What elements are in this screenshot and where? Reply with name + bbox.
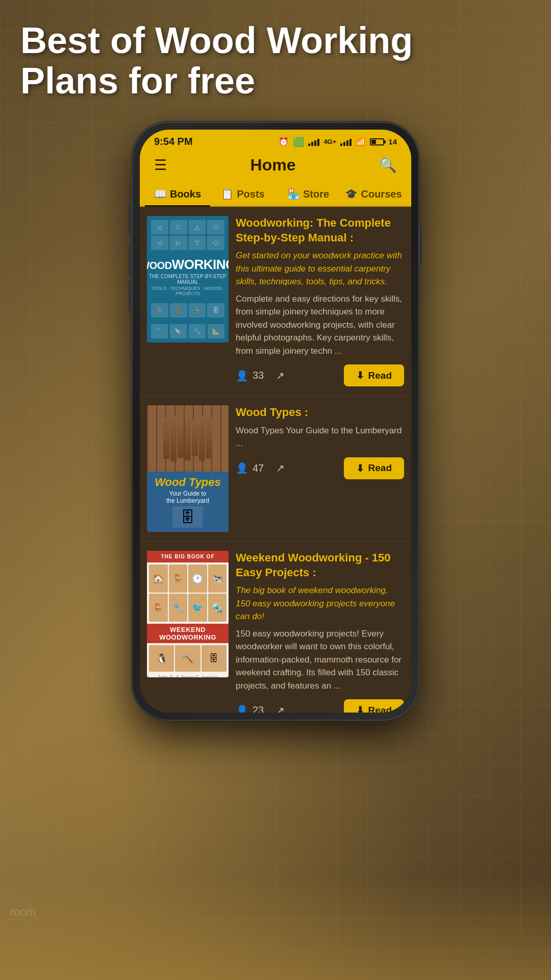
battery-icon bbox=[370, 138, 384, 145]
log5 bbox=[192, 421, 198, 456]
share-icon-1[interactable]: ↗ bbox=[276, 370, 285, 382]
phone-outer-shell: 9:54 PM ⏰ 🟩 4G+ bbox=[133, 122, 418, 720]
project9: 🐧 bbox=[149, 645, 174, 672]
cover-weekend-main-title: WEEKEND WOODWORKING bbox=[151, 626, 224, 641]
furniture3: 🪑 bbox=[189, 303, 206, 317]
hamburger-menu-icon[interactable]: ☰ bbox=[154, 157, 167, 174]
tab-books[interactable]: 📖 Books bbox=[145, 182, 210, 205]
share-icon-3[interactable]: ↗ bbox=[276, 704, 285, 713]
cover-wood-types: Wood Types Your Guide tothe Lumberyard 🗄 bbox=[147, 405, 229, 532]
cover-tags: TOOLS · TECHNIQUES · WOODS · PROJECTS bbox=[147, 286, 229, 296]
shape6: ▷ bbox=[170, 236, 187, 250]
tool4: 📐 bbox=[208, 324, 224, 338]
cover-main-title: WOODWORKING bbox=[147, 257, 229, 273]
book-share-2[interactable]: ↗ bbox=[276, 462, 285, 474]
network-label: 4G+ bbox=[323, 138, 336, 145]
furniture1: 🪑 bbox=[151, 303, 168, 317]
read-button-1[interactable]: ⬇ Read bbox=[344, 364, 404, 386]
battery-fill bbox=[371, 140, 376, 144]
cover-woodworking: ◁ □ △ ⬡ ◁ ▷ ▽ ⬡ WOODWORKING bbox=[147, 216, 229, 342]
book-body-1: Complete and easy directions for key ski… bbox=[236, 292, 404, 358]
tab-posts[interactable]: 📋 Posts bbox=[210, 182, 276, 205]
project5: 🪑 bbox=[149, 594, 168, 622]
book-info-3: Weekend Woodworking - 150 Easy Projects … bbox=[236, 551, 404, 713]
battery-level: 14 bbox=[388, 137, 397, 146]
bar5 bbox=[340, 143, 342, 146]
tool1: 🔨 bbox=[151, 324, 168, 338]
share-icon-2[interactable]: ↗ bbox=[276, 462, 285, 474]
phone-screen: 9:54 PM ⏰ 🟩 4G+ bbox=[140, 130, 411, 713]
cover-wood-top bbox=[147, 405, 229, 472]
tool3: 🔧 bbox=[189, 324, 206, 338]
book-highlight-1: Get started on your woodwork practice wi… bbox=[236, 251, 402, 286]
bar6 bbox=[343, 142, 345, 146]
book-actions-2: 👤 47 ↗ ⬇ Read bbox=[236, 457, 404, 479]
download-icon-1: ⬇ bbox=[356, 370, 364, 381]
book-likes-1: 👤 33 bbox=[236, 370, 264, 382]
courses-tab-label: Courses bbox=[361, 188, 402, 200]
posts-tab-label: Posts bbox=[237, 188, 264, 200]
book-cover-3[interactable]: THE BIG BOOK OF 🏠 🪑 🕐 🐄 🪑 🔧 🐦 🔩 bbox=[147, 551, 229, 677]
shape2: □ bbox=[170, 220, 187, 234]
shape5: ◁ bbox=[151, 236, 168, 250]
log4 bbox=[185, 417, 191, 460]
person-icon-1: 👤 bbox=[236, 370, 248, 382]
read-button-3[interactable]: ⬇ Read bbox=[344, 699, 404, 713]
book-stats-1: 👤 33 ↗ bbox=[236, 370, 285, 382]
room-text-decoration: room bbox=[10, 905, 36, 919]
book-title-3: Weekend Woodworking - 150 Easy Projects … bbox=[236, 551, 404, 580]
tab-bar: 📖 Books 📋 Posts 🏪 Store 🎓 Courses bbox=[140, 182, 411, 207]
person-icon-3: 👤 bbox=[236, 704, 248, 713]
project6: 🔧 bbox=[169, 594, 188, 622]
status-icons: ⏰ 🟩 4G+ 📶 bbox=[279, 136, 397, 148]
courses-tab-icon: 🎓 bbox=[345, 188, 358, 200]
app-icon-green: 🟩 bbox=[293, 136, 304, 148]
book-actions-1: 👤 33 ↗ ⬇ Read bbox=[236, 364, 404, 386]
shape4: ⬡ bbox=[207, 220, 224, 234]
cover-weekend-author: John A. & Joyce C. Ianisse bbox=[147, 674, 229, 677]
book-share-1[interactable]: ↗ bbox=[276, 370, 285, 382]
cover-weekend: THE BIG BOOK OF 🏠 🪑 🕐 🐄 🪑 🔧 🐦 🔩 bbox=[147, 551, 229, 677]
book-actions-3: 👤 23 ↗ ⬇ Read bbox=[236, 699, 404, 713]
bar8 bbox=[349, 139, 352, 146]
book-cover-1[interactable]: ◁ □ △ ⬡ ◁ ▷ ▽ ⬡ WOODWORKING bbox=[147, 216, 229, 342]
cover-weekend-title-bar: WEEKEND WOODWORKING bbox=[147, 624, 229, 643]
signal-bars bbox=[308, 138, 319, 146]
download-icon-2: ⬇ bbox=[356, 462, 364, 474]
project8: 🔩 bbox=[208, 594, 227, 622]
log7 bbox=[206, 419, 212, 458]
bar7 bbox=[346, 140, 348, 146]
project7: 🐦 bbox=[188, 594, 207, 622]
shape3: △ bbox=[189, 220, 206, 234]
tab-store[interactable]: 🏪 Store bbox=[276, 182, 341, 205]
shape7: ▽ bbox=[189, 236, 206, 250]
book-excerpt-3: The big book of weekend woodworking. 150… bbox=[236, 584, 404, 623]
phone-frame: 9:54 PM ⏰ 🟩 4G+ bbox=[133, 122, 418, 720]
bar4 bbox=[317, 139, 319, 146]
book-stats-2: 👤 47 ↗ bbox=[236, 462, 285, 474]
cover-weekend-grid: 🏠 🪑 🕐 🐄 🪑 🔧 🐦 🔩 bbox=[147, 562, 229, 624]
signal-bars-2 bbox=[340, 138, 352, 146]
bar2 bbox=[311, 142, 313, 146]
book-item-3: THE BIG BOOK OF 🏠 🪑 🕐 🐄 🪑 🔧 🐦 🔩 bbox=[140, 542, 411, 713]
book-likes-2: 👤 47 bbox=[236, 462, 264, 474]
book-stats-3: 👤 23 ↗ bbox=[236, 704, 285, 713]
store-tab-label: Store bbox=[303, 188, 329, 200]
app-bar: ☰ Home 🔍 bbox=[140, 151, 411, 182]
read-button-2[interactable]: ⬇ Read bbox=[344, 457, 404, 479]
cover-subtitle: THE COMPLETE STEP-BY-STEP MANUAL bbox=[147, 274, 229, 285]
read-label-1: Read bbox=[368, 370, 392, 381]
book-excerpt-1: Get started on your woodwork practice wi… bbox=[236, 249, 404, 288]
app-title: Home bbox=[251, 156, 296, 175]
cover-weekend-bottom-grid: 🐧 🔨 🗄 bbox=[147, 643, 229, 674]
book-title-2: Wood Types : bbox=[236, 405, 404, 420]
books-tab-label: Books bbox=[170, 188, 201, 200]
book-item-2: Wood Types Your Guide tothe Lumberyard 🗄… bbox=[140, 396, 411, 542]
cover-title-area: WOODWORKING THE COMPLETE STEP-BY-STEP MA… bbox=[147, 257, 229, 296]
book-share-3[interactable]: ↗ bbox=[276, 704, 285, 713]
search-icon[interactable]: 🔍 bbox=[379, 157, 397, 174]
wifi-icon: 📶 bbox=[356, 137, 366, 146]
store-tab-icon: 🏪 bbox=[287, 188, 300, 200]
book-cover-2[interactable]: Wood Types Your Guide tothe Lumberyard 🗄 bbox=[147, 405, 229, 532]
tab-courses[interactable]: 🎓 Courses bbox=[341, 182, 406, 205]
